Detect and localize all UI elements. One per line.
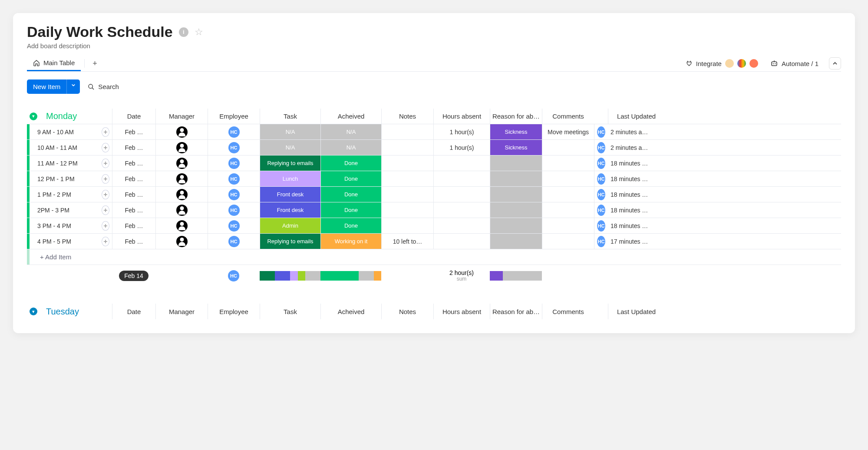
cell-employee[interactable]: HC: [208, 218, 260, 233]
col-manager-t[interactable]: Manager: [155, 304, 208, 319]
expand-item[interactable]: [99, 218, 112, 233]
cell-date[interactable]: Feb …: [112, 234, 155, 249]
cell-manager[interactable]: [155, 140, 208, 155]
cell-manager[interactable]: [155, 202, 208, 218]
group-name-tuesday[interactable]: Tuesday: [46, 307, 79, 317]
cell-task[interactable]: N/A: [260, 124, 320, 139]
cell-task[interactable]: Front desk: [260, 187, 320, 202]
item-name[interactable]: 9 AM - 10 AM: [30, 124, 99, 139]
cell-date[interactable]: Feb …: [112, 140, 155, 155]
cell-task[interactable]: Replying to emails: [260, 234, 320, 249]
col-comments-t[interactable]: Comments: [542, 304, 594, 319]
new-item-button[interactable]: New Item: [27, 79, 80, 94]
cell-employee[interactable]: HC: [208, 124, 260, 139]
expand-item[interactable]: [99, 187, 112, 202]
cell-achieved[interactable]: Done: [320, 218, 381, 233]
expand-icon[interactable]: [102, 190, 109, 199]
cell-hours[interactable]: [433, 234, 490, 249]
automate-button[interactable]: Automate / 1: [769, 57, 820, 70]
table-row[interactable]: 10 AM - 11 AM Feb … HC N/A N/A 1 hour(s)…: [27, 140, 841, 156]
add-item-row[interactable]: + Add Item: [27, 249, 841, 265]
cell-reason[interactable]: Sickness: [490, 124, 542, 139]
cell-hours[interactable]: [433, 187, 490, 202]
cell-notes[interactable]: 10 left to…: [381, 234, 433, 249]
table-row[interactable]: 11 AM - 12 PM Feb … HC Replying to email…: [27, 156, 841, 171]
col-achieved[interactable]: Acheived: [320, 109, 381, 124]
cell-manager[interactable]: [155, 171, 208, 186]
cell-reason[interactable]: [490, 234, 542, 249]
cell-achieved[interactable]: Done: [320, 156, 381, 171]
collapse-toolbar-button[interactable]: [829, 57, 841, 69]
cell-employee[interactable]: HC: [208, 234, 260, 249]
cell-date[interactable]: Feb …: [112, 187, 155, 202]
expand-item[interactable]: [99, 202, 112, 218]
expand-icon[interactable]: [102, 221, 109, 231]
new-item-dropdown[interactable]: [66, 79, 80, 94]
item-name[interactable]: 10 AM - 11 AM: [30, 140, 99, 155]
expand-item[interactable]: [99, 124, 112, 139]
cell-hours[interactable]: 1 hour(s): [433, 140, 490, 155]
expand-icon[interactable]: [102, 205, 109, 215]
col-reason[interactable]: Reason for ab…: [490, 109, 542, 124]
cell-reason[interactable]: [490, 218, 542, 233]
cell-reason[interactable]: [490, 202, 542, 218]
col-employee[interactable]: Employee: [208, 109, 260, 124]
col-hours-absent-t[interactable]: Hours absent: [433, 304, 490, 319]
integrate-button[interactable]: Integrate: [684, 56, 760, 70]
tab-main-table[interactable]: Main Table: [27, 56, 81, 71]
col-reason-t[interactable]: Reason for ab…: [490, 304, 542, 319]
cell-reason[interactable]: [490, 187, 542, 202]
cell-achieved[interactable]: Done: [320, 171, 381, 186]
cell-date[interactable]: Feb …: [112, 171, 155, 186]
table-row[interactable]: 1 PM - 2 PM Feb … HC Front desk Done HC …: [27, 187, 841, 202]
cell-achieved[interactable]: Done: [320, 187, 381, 202]
cell-notes[interactable]: [381, 187, 433, 202]
expand-item[interactable]: [99, 156, 112, 171]
cell-comments[interactable]: [542, 140, 594, 155]
col-task-t[interactable]: Task: [260, 304, 320, 319]
cell-employee[interactable]: HC: [208, 202, 260, 218]
cell-manager[interactable]: [155, 234, 208, 249]
cell-comments[interactable]: Move meetings: [542, 124, 594, 139]
board-title[interactable]: Daily Work Schedule: [27, 23, 173, 40]
cell-task[interactable]: Admin: [260, 218, 320, 233]
col-achieved-t[interactable]: Acheived: [320, 304, 381, 319]
col-employee-t[interactable]: Employee: [208, 304, 260, 319]
cell-comments[interactable]: [542, 156, 594, 171]
add-tab-button[interactable]: +: [88, 56, 102, 71]
cell-date[interactable]: Feb …: [112, 156, 155, 171]
cell-notes[interactable]: [381, 124, 433, 139]
item-name[interactable]: 3 PM - 4 PM: [30, 218, 99, 233]
cell-date[interactable]: Feb …: [112, 202, 155, 218]
col-date-t[interactable]: Date: [112, 304, 155, 319]
cell-manager[interactable]: [155, 156, 208, 171]
table-row[interactable]: 9 AM - 10 AM Feb … HC N/A N/A 1 hour(s) …: [27, 124, 841, 140]
new-item-main[interactable]: New Item: [27, 79, 66, 94]
cell-comments[interactable]: [542, 218, 594, 233]
expand-item[interactable]: [99, 171, 112, 186]
cell-task[interactable]: N/A: [260, 140, 320, 155]
col-date[interactable]: Date: [112, 109, 155, 124]
cell-manager[interactable]: [155, 124, 208, 139]
info-icon[interactable]: i: [179, 27, 188, 37]
expand-icon[interactable]: [102, 143, 109, 152]
cell-date[interactable]: Feb …: [112, 124, 155, 139]
table-row[interactable]: 3 PM - 4 PM Feb … HC Admin Done HC 18 mi…: [27, 218, 841, 234]
expand-icon[interactable]: [102, 159, 109, 168]
cell-achieved[interactable]: Done: [320, 202, 381, 218]
search-button[interactable]: Search: [88, 83, 119, 90]
cell-notes[interactable]: [381, 171, 433, 186]
expand-icon[interactable]: [102, 237, 109, 246]
col-last-updated[interactable]: Last Updated: [608, 109, 664, 124]
cell-hours[interactable]: [433, 171, 490, 186]
cell-notes[interactable]: [381, 202, 433, 218]
favorite-star-icon[interactable]: ☆: [195, 26, 203, 38]
col-comments[interactable]: Comments: [542, 109, 594, 124]
cell-achieved[interactable]: N/A: [320, 124, 381, 139]
cell-comments[interactable]: [542, 202, 594, 218]
col-notes-t[interactable]: Notes: [381, 304, 433, 319]
cell-task[interactable]: Replying to emails: [260, 156, 320, 171]
cell-comments[interactable]: [542, 171, 594, 186]
cell-achieved[interactable]: Working on it: [320, 234, 381, 249]
cell-notes[interactable]: [381, 140, 433, 155]
